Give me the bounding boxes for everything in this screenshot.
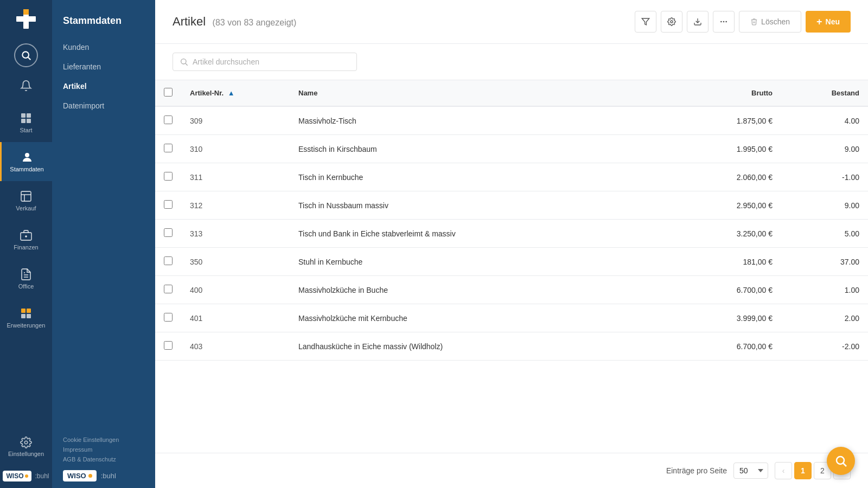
submenu-item-lieferanten[interactable]: Lieferanten [52,57,155,76]
sidebar-item-start[interactable]: Start [0,103,52,142]
row-artikel-nr[interactable]: 309 [181,106,290,135]
row-name[interactable]: Landhausküche in Eiche massiv (Wildholz) [290,332,694,361]
more-button[interactable] [713,11,735,33]
buhl-label: :buhl [35,472,49,480]
submenu-item-datenimport[interactable]: Datenimport [52,96,155,115]
cookie-link[interactable]: Cookie Einstellungen [63,436,144,443]
bell-icon [20,80,32,92]
svg-line-32 [844,464,847,467]
row-bestand: -1.00 [781,163,868,191]
row-select-checkbox[interactable] [164,313,173,322]
row-checkbox [155,248,181,276]
col-name: Name [290,80,694,106]
stammdaten-icon [21,151,34,164]
table-row: 401 Massivholzküche mit Kernbuche 3.999,… [155,304,868,332]
sidebar-item-office[interactable]: Office [0,259,52,298]
sidebar-item-finanzen[interactable]: Finanzen [0,220,52,259]
row-name[interactable]: Massivholzküche in Buche [290,276,694,304]
filter-button[interactable] [635,11,656,33]
row-bestand: -2.00 [781,332,868,361]
row-artikel-nr[interactable]: 403 [181,332,290,361]
header-actions: Löschen + Neu [635,11,851,33]
einstellungen-icon [20,436,32,448]
notifications-button[interactable] [0,73,52,99]
new-label: Neu [826,17,840,26]
einstellungen-label: Einstellungen [8,451,44,457]
row-artikel-nr[interactable]: 313 [181,220,290,248]
row-name[interactable]: Stuhl in Kernbuche [290,248,694,276]
agb-link[interactable]: AGB & Datenschutz [63,456,144,463]
search-button[interactable] [0,38,52,73]
row-bestand: 9.00 [781,135,868,163]
col-checkbox [155,80,181,106]
row-name[interactable]: Massivholz-Tisch [290,106,694,135]
row-name[interactable]: Massivholzküche mit Kernbuche [290,304,694,332]
row-artikel-nr[interactable]: 350 [181,248,290,276]
row-select-checkbox[interactable] [164,341,173,350]
row-name[interactable]: Esstisch in Kirschbaum [290,135,694,163]
select-all-checkbox[interactable] [164,88,173,97]
table-row: 403 Landhausküche in Eiche massiv (Wildh… [155,332,868,361]
row-brutto: 1.875,00 € [694,106,781,135]
svg-rect-2 [23,9,29,15]
svg-rect-10 [21,191,31,201]
wiso-label: WISO [6,472,23,480]
row-name[interactable]: Tisch in Kernbuche [290,163,694,191]
col-bestand: Bestand [781,80,868,106]
page-1-button[interactable]: 1 [794,462,812,479]
svg-rect-8 [27,119,31,123]
prev-page-button[interactable]: ‹ [775,462,792,479]
row-bestand: 37.00 [781,248,868,276]
svg-marker-23 [642,18,649,25]
row-artikel-nr[interactable]: 311 [181,163,290,191]
search-input[interactable] [193,57,350,66]
row-artikel-nr[interactable]: 400 [181,276,290,304]
svg-point-29 [181,59,186,64]
erweiterungen-label: Erweiterungen [7,322,46,329]
row-checkbox [155,220,181,248]
svg-rect-5 [21,113,25,118]
main-navigation: Start Stammdaten Verkauf [0,103,52,427]
stammdaten-label: Stammdaten [10,166,43,172]
row-select-checkbox[interactable] [164,228,173,237]
row-artikel-nr[interactable]: 312 [181,191,290,220]
wiso-footer-badge: WISO [63,470,97,481]
row-artikel-nr[interactable]: 401 [181,304,290,332]
col-artikel-nr[interactable]: Artikel-Nr. ▲ [181,80,290,106]
svg-rect-19 [27,309,31,313]
delete-button[interactable]: Löschen [739,11,801,33]
column-settings-button[interactable] [661,11,682,33]
svg-rect-7 [21,119,25,123]
row-artikel-nr[interactable]: 310 [181,135,290,163]
row-brutto: 1.995,00 € [694,135,781,163]
sidebar-item-stammdaten[interactable]: Stammdaten [0,142,52,181]
sidebar-item-einstellungen[interactable]: Einstellungen [0,427,52,466]
download-button[interactable] [687,11,709,33]
filter-icon [641,17,650,26]
search-icon [180,57,188,66]
row-select-checkbox[interactable] [164,172,173,181]
row-name[interactable]: Tisch in Nussbaum massiv [290,191,694,220]
sidebar-item-erweiterungen[interactable]: Erweiterungen [0,298,52,337]
sidebar-item-verkauf[interactable]: Verkauf [0,181,52,220]
floating-search-button[interactable] [827,447,855,475]
row-select-checkbox[interactable] [164,256,173,265]
row-checkbox [155,276,181,304]
row-checkbox [155,304,181,332]
svg-point-3 [22,52,29,58]
wiso-branding: WISO :buhl [3,471,49,481]
table-row: 310 Esstisch in Kirschbaum 1.995,00 € 9.… [155,135,868,163]
row-name[interactable]: Tisch und Bank in Eiche stabverleimt & m… [290,220,694,248]
search-bar [155,44,868,80]
new-button[interactable]: + Neu [806,11,851,33]
row-select-checkbox[interactable] [164,200,173,209]
row-select-checkbox[interactable] [164,144,173,152]
row-checkbox [155,191,181,220]
submenu-item-artikel[interactable]: Artikel [52,76,155,96]
row-select-checkbox[interactable] [164,115,173,124]
row-select-checkbox[interactable] [164,285,173,293]
per-page-select[interactable]: 10 25 50 100 [733,463,768,479]
impressum-link[interactable]: Impressum [63,446,144,453]
submenu-item-kunden[interactable]: Kunden [52,37,155,57]
table-row: 309 Massivholz-Tisch 1.875,00 € 4.00 [155,106,868,135]
